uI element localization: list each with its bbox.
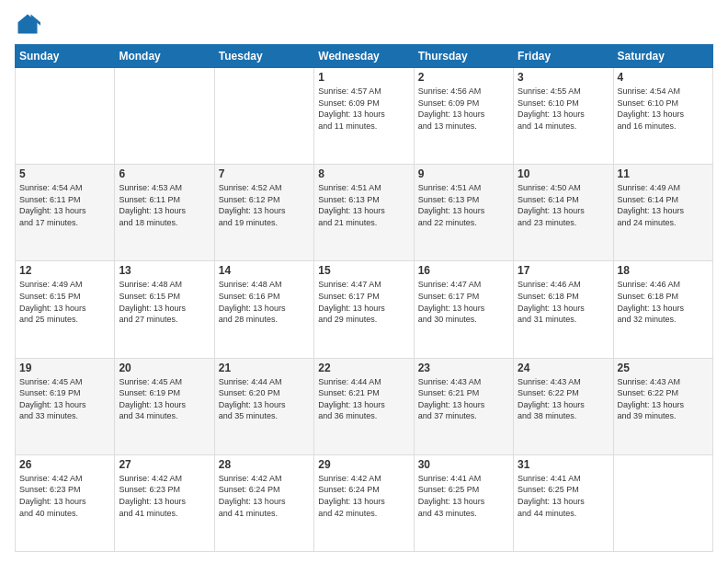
calendar-cell: 9Sunrise: 4:51 AM Sunset: 6:13 PM Daylig… [414,165,513,261]
day-info: Sunrise: 4:44 AM Sunset: 6:21 PM Dayligh… [318,376,409,422]
day-info: Sunrise: 4:51 AM Sunset: 6:13 PM Dayligh… [418,182,509,228]
calendar-cell: 21Sunrise: 4:44 AM Sunset: 6:20 PM Dayli… [214,358,313,454]
calendar-week-3: 12Sunrise: 4:49 AM Sunset: 6:15 PM Dayli… [16,261,713,358]
calendar-cell [16,68,115,165]
logo-icon [15,11,40,37]
calendar-cell: 11Sunrise: 4:49 AM Sunset: 6:14 PM Dayli… [613,165,712,261]
day-number: 19 [19,362,110,374]
header [15,11,713,37]
calendar-body: 1Sunrise: 4:57 AM Sunset: 6:09 PM Daylig… [16,68,713,552]
day-number: 17 [518,264,609,277]
calendar-week-4: 19Sunrise: 4:45 AM Sunset: 6:19 PM Dayli… [16,358,713,454]
day-info: Sunrise: 4:42 AM Sunset: 6:24 PM Dayligh… [219,473,310,519]
day-number: 28 [219,458,310,471]
calendar-header-tuesday: Tuesday [214,45,313,68]
day-number: 1 [318,71,409,84]
day-info: Sunrise: 4:43 AM Sunset: 6:22 PM Dayligh… [618,376,709,422]
calendar-cell: 27Sunrise: 4:42 AM Sunset: 6:23 PM Dayli… [115,454,214,551]
day-info: Sunrise: 4:48 AM Sunset: 6:16 PM Dayligh… [219,279,310,325]
day-number: 29 [318,458,409,471]
day-info: Sunrise: 4:45 AM Sunset: 6:19 PM Dayligh… [19,376,110,422]
day-info: Sunrise: 4:54 AM Sunset: 6:10 PM Dayligh… [618,86,709,132]
calendar-cell: 1Sunrise: 4:57 AM Sunset: 6:09 PM Daylig… [314,68,414,165]
day-info: Sunrise: 4:42 AM Sunset: 6:23 PM Dayligh… [119,473,210,519]
calendar-cell: 14Sunrise: 4:48 AM Sunset: 6:16 PM Dayli… [214,261,313,358]
calendar-cell [115,68,214,165]
day-number: 4 [618,71,709,84]
day-number: 15 [318,264,409,277]
calendar-cell [613,454,712,551]
logo [15,11,44,37]
day-number: 23 [418,362,509,374]
calendar-cell: 31Sunrise: 4:41 AM Sunset: 6:25 PM Dayli… [514,454,613,551]
day-info: Sunrise: 4:42 AM Sunset: 6:24 PM Dayligh… [318,473,409,519]
calendar-header-wednesday: Wednesday [314,45,414,68]
day-number: 5 [19,167,110,180]
day-info: Sunrise: 4:56 AM Sunset: 6:09 PM Dayligh… [418,86,509,132]
day-number: 10 [518,167,609,180]
svg-marker-0 [18,15,38,34]
day-number: 3 [518,71,609,84]
day-info: Sunrise: 4:55 AM Sunset: 6:10 PM Dayligh… [518,86,609,132]
day-number: 21 [219,362,310,374]
calendar-cell: 28Sunrise: 4:42 AM Sunset: 6:24 PM Dayli… [214,454,313,551]
calendar-header-thursday: Thursday [414,45,513,68]
day-number: 13 [119,264,210,277]
calendar-cell: 17Sunrise: 4:46 AM Sunset: 6:18 PM Dayli… [514,261,613,358]
day-info: Sunrise: 4:49 AM Sunset: 6:15 PM Dayligh… [19,279,110,325]
day-number: 25 [618,362,709,374]
day-info: Sunrise: 4:52 AM Sunset: 6:12 PM Dayligh… [219,182,310,228]
day-number: 11 [618,167,709,180]
calendar-cell: 6Sunrise: 4:53 AM Sunset: 6:11 PM Daylig… [115,165,214,261]
calendar-week-2: 5Sunrise: 4:54 AM Sunset: 6:11 PM Daylig… [16,165,713,261]
calendar-header-friday: Friday [514,45,613,68]
day-info: Sunrise: 4:41 AM Sunset: 6:25 PM Dayligh… [418,473,509,519]
day-number: 2 [418,71,509,84]
day-info: Sunrise: 4:43 AM Sunset: 6:22 PM Dayligh… [518,376,609,422]
day-number: 30 [418,458,509,471]
calendar-cell: 16Sunrise: 4:47 AM Sunset: 6:17 PM Dayli… [414,261,513,358]
calendar-cell: 25Sunrise: 4:43 AM Sunset: 6:22 PM Dayli… [613,358,712,454]
calendar-table: SundayMondayTuesdayWednesdayThursdayFrid… [15,44,713,552]
day-number: 27 [119,458,210,471]
calendar-week-1: 1Sunrise: 4:57 AM Sunset: 6:09 PM Daylig… [16,68,713,165]
day-number: 12 [19,264,110,277]
calendar-cell: 4Sunrise: 4:54 AM Sunset: 6:10 PM Daylig… [613,68,712,165]
day-info: Sunrise: 4:45 AM Sunset: 6:19 PM Dayligh… [119,376,210,422]
calendar-cell: 7Sunrise: 4:52 AM Sunset: 6:12 PM Daylig… [214,165,313,261]
calendar-cell: 3Sunrise: 4:55 AM Sunset: 6:10 PM Daylig… [514,68,613,165]
day-info: Sunrise: 4:42 AM Sunset: 6:23 PM Dayligh… [19,473,110,519]
day-number: 24 [518,362,609,374]
calendar-header-sunday: Sunday [16,45,115,68]
calendar-cell: 8Sunrise: 4:51 AM Sunset: 6:13 PM Daylig… [314,165,414,261]
calendar-cell: 30Sunrise: 4:41 AM Sunset: 6:25 PM Dayli… [414,454,513,551]
day-number: 20 [119,362,210,374]
calendar-cell: 19Sunrise: 4:45 AM Sunset: 6:19 PM Dayli… [16,358,115,454]
calendar-cell: 10Sunrise: 4:50 AM Sunset: 6:14 PM Dayli… [514,165,613,261]
day-number: 14 [219,264,310,277]
calendar-cell: 29Sunrise: 4:42 AM Sunset: 6:24 PM Dayli… [314,454,414,551]
day-info: Sunrise: 4:46 AM Sunset: 6:18 PM Dayligh… [518,279,609,325]
day-number: 6 [119,167,210,180]
calendar-cell: 13Sunrise: 4:48 AM Sunset: 6:15 PM Dayli… [115,261,214,358]
calendar-header-row: SundayMondayTuesdayWednesdayThursdayFrid… [16,45,713,68]
calendar-cell: 24Sunrise: 4:43 AM Sunset: 6:22 PM Dayli… [514,358,613,454]
day-info: Sunrise: 4:53 AM Sunset: 6:11 PM Dayligh… [119,182,210,228]
day-number: 7 [219,167,310,180]
calendar-week-5: 26Sunrise: 4:42 AM Sunset: 6:23 PM Dayli… [16,454,713,551]
day-number: 26 [19,458,110,471]
day-info: Sunrise: 4:49 AM Sunset: 6:14 PM Dayligh… [618,182,709,228]
calendar-cell: 5Sunrise: 4:54 AM Sunset: 6:11 PM Daylig… [16,165,115,261]
day-number: 16 [418,264,509,277]
page: SundayMondayTuesdayWednesdayThursdayFrid… [0,0,728,563]
day-info: Sunrise: 4:48 AM Sunset: 6:15 PM Dayligh… [119,279,210,325]
day-number: 31 [518,458,609,471]
calendar-cell: 12Sunrise: 4:49 AM Sunset: 6:15 PM Dayli… [16,261,115,358]
day-info: Sunrise: 4:50 AM Sunset: 6:14 PM Dayligh… [518,182,609,228]
calendar-cell: 23Sunrise: 4:43 AM Sunset: 6:21 PM Dayli… [414,358,513,454]
calendar-header-monday: Monday [115,45,214,68]
calendar-cell: 22Sunrise: 4:44 AM Sunset: 6:21 PM Dayli… [314,358,414,454]
day-number: 22 [318,362,409,374]
calendar-header-saturday: Saturday [613,45,712,68]
day-info: Sunrise: 4:57 AM Sunset: 6:09 PM Dayligh… [318,86,409,132]
